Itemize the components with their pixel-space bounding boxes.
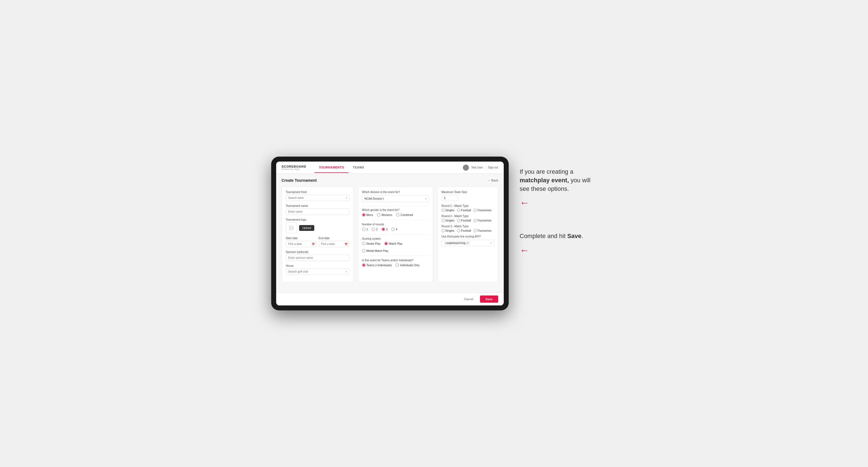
round3-fourball-radio[interactable]	[457, 229, 460, 232]
nav-logo: SCOREBOARD Powered by clippit	[282, 165, 306, 170]
rounds-2-label: 2	[376, 228, 378, 231]
api-select-wrap[interactable]: Leaderboard King ✕ ▾	[442, 240, 494, 246]
teams-plus-radio[interactable]	[362, 263, 365, 267]
rounds-2-option[interactable]: 2	[372, 227, 378, 231]
main-content: Create Tournament ← Back Tournament Host…	[276, 174, 504, 292]
round1-singles-label: Singles	[445, 209, 455, 212]
logo-upload-area: Upload	[286, 222, 349, 234]
scoring-stroke-radio[interactable]	[362, 242, 365, 245]
cancel-button[interactable]: Cancel	[460, 295, 477, 303]
page-wrapper: SCOREBOARD Powered by clippit TOURNAMENT…	[241, 157, 627, 310]
scoring-match-radio[interactable]	[384, 242, 388, 245]
gender-womens-label: Womens	[381, 214, 392, 217]
gender-section: Which gender is the event for? Mens Wome…	[362, 209, 429, 217]
sponsor-input[interactable]	[286, 255, 349, 261]
round3-label: Round 3 - Match Type	[442, 225, 494, 228]
date-group: Start date 📅 End date	[286, 237, 349, 247]
divider-4	[362, 256, 429, 256]
host-search-input[interactable]	[286, 195, 349, 201]
annotation-arrow-2: ←	[520, 243, 597, 257]
max-team-size-input[interactable]	[442, 195, 458, 201]
division-select[interactable]: NCAA Division I NCAA Division II NCAA Di…	[362, 195, 429, 202]
round3-singles-radio[interactable]	[442, 229, 445, 232]
round2-match-section: Round 2 - Match Type Singles Fourball	[442, 215, 494, 222]
venue-group: Venue ▾	[286, 264, 349, 275]
round3-radios: Singles Fourball Foursomes	[442, 229, 494, 232]
end-cal-icon: 📅	[344, 243, 348, 246]
back-link[interactable]: ← Back	[488, 179, 498, 182]
api-tag: Leaderboard King ✕	[444, 241, 470, 245]
annotation-matchplay: If you are creating a matchplay event, y…	[520, 168, 597, 210]
name-input[interactable]	[286, 209, 349, 215]
scoring-match-option[interactable]: Match Play	[384, 242, 402, 245]
individuals-only-option[interactable]: Individuals Only	[396, 263, 420, 267]
host-label: Tournament Host	[286, 191, 349, 194]
gender-womens-option[interactable]: Womens	[377, 213, 392, 217]
venue-search-input[interactable]	[286, 269, 349, 275]
tab-tournaments[interactable]: TOURNAMENTS	[315, 162, 348, 173]
gender-combined-radio[interactable]	[396, 213, 399, 217]
round3-foursomes-radio[interactable]	[474, 229, 477, 232]
gender-womens-radio[interactable]	[377, 213, 380, 217]
rounds-radio-group: 1 2 3	[362, 227, 429, 231]
round3-singles-label: Singles	[445, 229, 455, 232]
left-column: Tournament Host ▾ Tournament name Tourna…	[282, 186, 353, 282]
round3-foursomes-option[interactable]: Foursomes	[474, 229, 491, 232]
gender-mens-option[interactable]: Mens	[362, 213, 373, 217]
rounds-1-option[interactable]: 1	[362, 227, 368, 231]
division-section: Which division is the event for? NCAA Di…	[362, 191, 429, 202]
gender-label: Which gender is the event for?	[362, 209, 429, 212]
round3-fourball-option[interactable]: Fourball	[457, 229, 471, 232]
rounds-1-radio[interactable]	[362, 227, 365, 231]
scoring-medal-radio[interactable]	[362, 249, 365, 252]
round2-fourball-option[interactable]: Fourball	[457, 219, 471, 222]
teams-plus-option[interactable]: Teams (+Individuals)	[362, 263, 392, 267]
rounds-2-radio[interactable]	[372, 227, 375, 231]
gender-mens-radio[interactable]	[362, 213, 365, 217]
scoring-medal-option[interactable]: Medal Match Play	[362, 249, 388, 252]
individuals-only-radio[interactable]	[396, 263, 399, 267]
nav-signout-link[interactable]: Sign out	[488, 166, 498, 169]
tab-teams[interactable]: TEAMS	[348, 162, 369, 173]
round1-singles-option[interactable]: Singles	[442, 209, 455, 212]
api-tag-close-icon[interactable]: ✕	[466, 242, 468, 244]
round3-singles-option[interactable]: Singles	[442, 229, 455, 232]
sponsor-group: Sponsor (optional)	[286, 250, 349, 261]
ann1-part1: If you are creating a	[520, 168, 573, 175]
teams-section: Is this event for Teams and/or Individua…	[362, 259, 429, 267]
rounds-4-option[interactable]: 4	[391, 227, 397, 231]
gender-combined-option[interactable]: Combined	[396, 213, 413, 217]
scoring-medal-label: Medal Match Play	[367, 249, 388, 252]
scoring-stroke-label: Stroke Play	[367, 242, 380, 245]
nav-user-label: Test User	[471, 166, 483, 169]
round2-foursomes-radio[interactable]	[474, 219, 477, 222]
round1-fourball-option[interactable]: Fourball	[457, 209, 471, 212]
upload-button[interactable]: Upload	[299, 225, 315, 231]
scoring-match-label: Match Play	[389, 242, 402, 245]
rounds-section: Number of rounds 1 2	[362, 223, 429, 231]
form-footer: Cancel Save	[276, 292, 504, 306]
individuals-only-label: Individuals Only	[400, 264, 420, 267]
round1-foursomes-radio[interactable]	[474, 209, 477, 212]
round2-singles-radio[interactable]	[442, 219, 445, 222]
round2-fourball-radio[interactable]	[457, 219, 460, 222]
round2-foursomes-option[interactable]: Foursomes	[474, 219, 491, 222]
start-date-wrap: 📅	[286, 241, 316, 247]
ann2-bold: Save	[567, 232, 581, 240]
round2-label: Round 2 - Match Type	[442, 215, 494, 218]
end-date-wrap: 📅	[319, 241, 349, 247]
division-select-wrap: NCAA Division I NCAA Division II NCAA Di…	[362, 195, 429, 202]
round1-singles-radio[interactable]	[442, 209, 445, 212]
rounds-3-radio[interactable]	[382, 227, 385, 231]
round1-match-section: Round 1 - Match Type Singles Fourball	[442, 205, 494, 212]
rounds-3-option[interactable]: 3	[382, 227, 388, 231]
page-header: Create Tournament ← Back	[282, 178, 498, 183]
save-button[interactable]: Save	[480, 295, 498, 303]
round1-fourball-radio[interactable]	[457, 209, 460, 212]
rounds-4-radio[interactable]	[391, 227, 395, 231]
round2-singles-option[interactable]: Singles	[442, 219, 455, 222]
round1-foursomes-option[interactable]: Foursomes	[474, 209, 491, 212]
host-search-wrap: ▾	[286, 195, 349, 201]
scoring-stroke-option[interactable]: Stroke Play	[362, 242, 380, 245]
divider-1	[362, 206, 429, 206]
